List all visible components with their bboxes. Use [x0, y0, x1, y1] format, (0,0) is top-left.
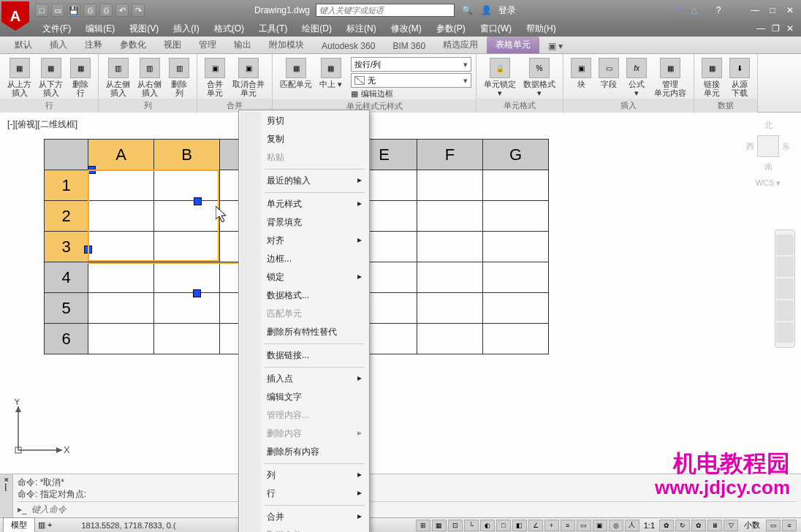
menu-modify[interactable]: 修改(M): [384, 23, 429, 35]
col-header[interactable]: G: [483, 140, 549, 170]
help-icon[interactable]: ?: [712, 4, 725, 17]
context-menu-item[interactable]: 合并: [240, 508, 368, 526]
tab-expand-icon[interactable]: ▣ ▾: [539, 39, 572, 53]
status-ws-icon[interactable]: ✿: [691, 520, 706, 531]
login-icon[interactable]: 👤: [479, 4, 493, 17]
status-clean-icon[interactable]: ▭: [766, 520, 781, 531]
insert-row-below-button[interactable]: ▦从下方插入: [36, 56, 66, 99]
menu-file[interactable]: 文件(F): [35, 23, 78, 35]
context-menu-item[interactable]: 锁定: [240, 268, 368, 286]
tab-parametric[interactable]: 参数化: [111, 37, 155, 53]
selection-grip[interactable]: [88, 166, 96, 174]
doc-restore-icon[interactable]: ❐: [769, 22, 782, 35]
viewcube-wcs[interactable]: WCS ▾: [746, 178, 790, 188]
context-menu-item[interactable]: 剪切: [240, 112, 368, 130]
selection-grip[interactable]: [194, 197, 202, 205]
selection-grip[interactable]: [84, 246, 92, 254]
context-menu-item[interactable]: 插入点: [240, 370, 368, 388]
menu-edit[interactable]: 编辑(E): [78, 23, 122, 35]
insert-field-button[interactable]: ▭字段: [596, 56, 622, 90]
viewcube-east[interactable]: 东: [782, 141, 790, 152]
navbar-wheel-icon[interactable]: [776, 235, 794, 255]
row-header[interactable]: 1: [45, 170, 88, 201]
status-snap-icon[interactable]: ⊡: [448, 520, 463, 531]
tab-output[interactable]: 输出: [225, 37, 260, 53]
status-osnap-icon[interactable]: □: [496, 520, 511, 531]
insert-row-above-button[interactable]: ▦从上方插入: [4, 56, 34, 99]
download-source-button[interactable]: ⬇从源下载: [726, 56, 753, 99]
data-format-button[interactable]: %数据格式▾: [520, 56, 558, 99]
new-icon[interactable]: □: [35, 4, 48, 17]
context-menu-item[interactable]: 对齐: [240, 232, 368, 250]
menu-draw[interactable]: 绘图(D): [295, 23, 339, 35]
tab-featured[interactable]: 精选应用: [434, 37, 487, 53]
navbar-orbit-icon[interactable]: [776, 300, 794, 321]
context-menu-item[interactable]: 列: [240, 466, 368, 484]
drawing-canvas[interactable]: [-][俯视][二维线框] A B E F G 1 2 3 4 5 6: [0, 113, 801, 501]
maximize-icon[interactable]: □: [766, 4, 779, 17]
search-input[interactable]: [316, 4, 454, 16]
doc-minimize-icon[interactable]: —: [754, 22, 767, 35]
tab-insert[interactable]: 插入: [41, 37, 76, 53]
unmerge-cells-button[interactable]: ▣取消合并单元: [229, 56, 267, 99]
menu-tools[interactable]: 工具(T): [251, 23, 295, 35]
col-header[interactable]: A: [88, 140, 154, 170]
viewcube[interactable]: 北 西 东 南 WCS ▾: [746, 120, 790, 188]
status-ratio[interactable]: 1:1: [641, 521, 658, 530]
open-icon[interactable]: ▭: [51, 4, 64, 17]
cellstyle-none-dropdown[interactable]: 无: [351, 73, 471, 88]
row-header[interactable]: 5: [45, 293, 88, 324]
saveas-icon[interactable]: ⎙: [83, 4, 96, 17]
menu-window[interactable]: 窗口(W): [473, 23, 519, 35]
context-menu-item[interactable]: 删除所有特性替代: [240, 323, 368, 341]
cell-lock-button[interactable]: 🔒单元锁定▾: [481, 56, 519, 99]
command-input[interactable]: [31, 504, 797, 514]
a360-icon[interactable]: △: [688, 4, 701, 17]
redo-icon[interactable]: ↷: [132, 4, 145, 17]
manage-content-button[interactable]: ▦管理单元内容: [651, 56, 689, 99]
status-dyn-icon[interactable]: +: [544, 520, 559, 531]
status-grid-icon[interactable]: ▦: [432, 520, 447, 531]
edit-border-link[interactable]: ▦编辑边框: [351, 88, 471, 99]
menu-view[interactable]: 视图(V): [122, 23, 166, 35]
insert-block-button[interactable]: ▣块: [568, 56, 594, 90]
navbar-pan-icon[interactable]: [776, 256, 794, 277]
minimize-icon[interactable]: —: [748, 4, 762, 17]
row-header[interactable]: 4: [45, 262, 88, 293]
row-header[interactable]: 3: [45, 232, 88, 262]
status-sc-icon[interactable]: ◎: [609, 520, 623, 531]
model-tab[interactable]: 模型: [3, 517, 35, 532]
col-header[interactable]: B: [154, 140, 220, 170]
status-custom-icon[interactable]: ≡: [782, 520, 797, 531]
status-monitor-icon[interactable]: 🖥: [707, 520, 722, 531]
search-box[interactable]: [316, 4, 455, 17]
exchange-icon[interactable]: ✕: [670, 4, 683, 17]
context-menu-item[interactable]: 删除所有内容: [240, 443, 368, 461]
status-lwt-icon[interactable]: ≡: [561, 520, 575, 531]
tab-bim360[interactable]: BIM 360: [384, 39, 434, 53]
delete-col-button[interactable]: ▥删除列: [166, 56, 192, 99]
match-cell-button[interactable]: ▦匹配单元: [277, 56, 315, 90]
col-header[interactable]: F: [417, 140, 483, 170]
cellstyle-row-dropdown[interactable]: 按行/列: [351, 57, 471, 72]
doc-close-icon[interactable]: ✕: [783, 22, 797, 35]
context-menu-item[interactable]: 边框...: [240, 250, 368, 268]
undo-icon[interactable]: ↶: [115, 4, 129, 17]
status-filter-icon[interactable]: ▽: [724, 520, 738, 531]
menu-help[interactable]: 帮助(H): [519, 23, 563, 35]
plot-icon[interactable]: ⎙: [99, 4, 113, 17]
context-menu-item[interactable]: 最近的输入: [240, 172, 368, 190]
cmdline-close-icon[interactable]: ✕┋: [0, 474, 13, 517]
row-header[interactable]: 6: [45, 324, 88, 354]
tab-addon[interactable]: 附加模块: [260, 37, 313, 53]
navbar-showmotion-icon[interactable]: [776, 322, 794, 343]
tab-tablecell[interactable]: 表格单元: [487, 37, 539, 53]
close-icon[interactable]: ✕: [783, 4, 797, 17]
context-menu-item[interactable]: 数据链接...: [240, 346, 368, 365]
delete-row-button[interactable]: ▦删除行: [67, 56, 94, 99]
context-menu-item[interactable]: 数据格式...: [240, 286, 368, 305]
menu-format[interactable]: 格式(O): [207, 23, 251, 35]
menu-insert[interactable]: 插入(I): [166, 23, 206, 35]
search-icon[interactable]: 🔍: [460, 4, 474, 17]
align-button[interactable]: ▦中上 ▾: [316, 56, 345, 90]
